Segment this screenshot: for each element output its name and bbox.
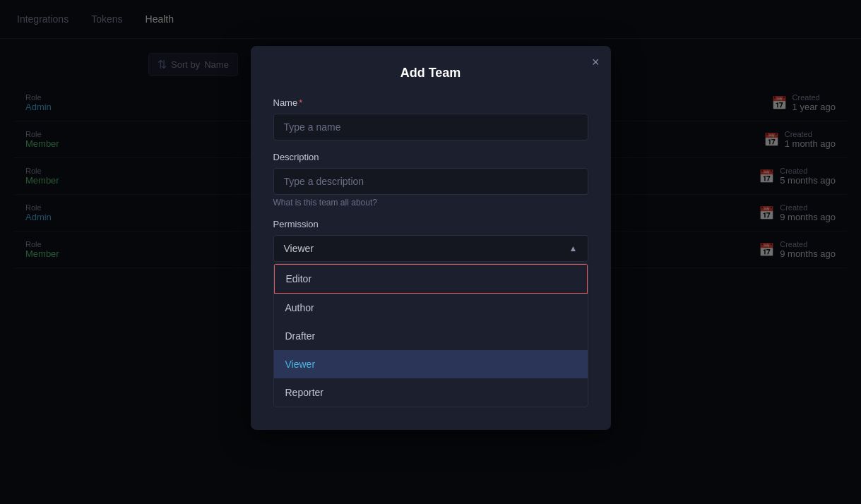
permission-dropdown: Editor Author Drafter Viewer Reporter xyxy=(273,263,588,407)
description-hint: What is this team all about? xyxy=(273,198,588,208)
description-label: Description xyxy=(273,152,588,162)
description-input[interactable] xyxy=(273,168,588,195)
chevron-up-icon: ▲ xyxy=(569,244,578,253)
add-team-modal: × Add Team Name* Description What is thi… xyxy=(251,46,611,430)
dropdown-item-author[interactable]: Author xyxy=(274,294,588,322)
required-marker: * xyxy=(299,97,302,108)
dropdown-item-editor[interactable]: Editor xyxy=(274,264,588,294)
permission-select-wrapper: Viewer ▲ Editor Author Drafter Viewer Re… xyxy=(273,235,588,407)
dropdown-item-drafter[interactable]: Drafter xyxy=(274,322,588,350)
name-label: Name* xyxy=(273,97,588,108)
permission-selected-value: Viewer xyxy=(284,243,314,254)
permission-select-display[interactable]: Viewer ▲ xyxy=(273,235,588,262)
name-input[interactable] xyxy=(273,114,588,140)
close-button[interactable]: × xyxy=(592,56,600,68)
modal-title: Add Team xyxy=(273,66,588,80)
permission-label: Permission xyxy=(273,219,588,229)
dropdown-item-viewer[interactable]: Viewer xyxy=(274,350,588,378)
modal-overlay: × Add Team Name* Description What is thi… xyxy=(0,0,861,504)
dropdown-item-reporter[interactable]: Reporter xyxy=(274,378,588,407)
